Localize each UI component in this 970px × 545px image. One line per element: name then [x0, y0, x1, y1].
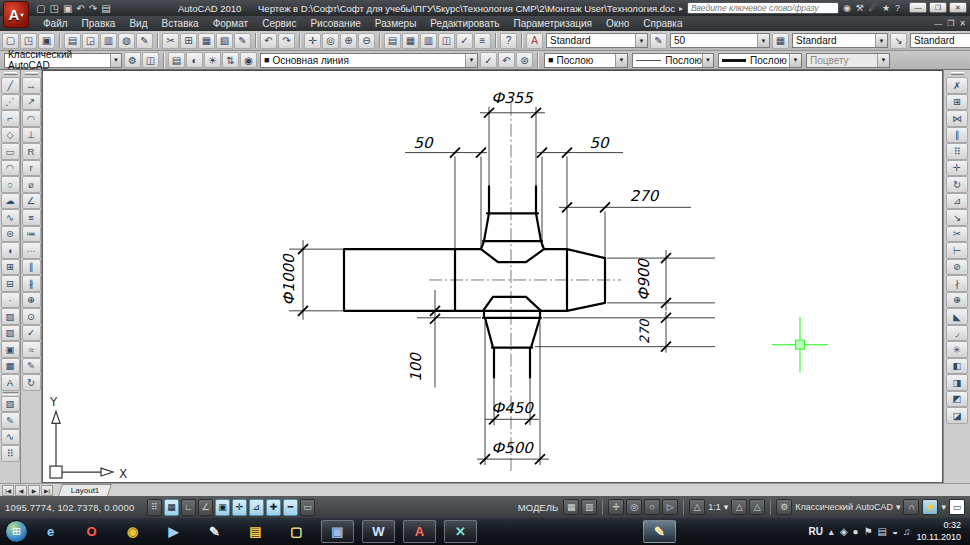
status-pan-icon[interactable]: ✛: [608, 499, 624, 515]
lwt-toggle[interactable]: ━: [283, 499, 298, 516]
search-input[interactable]: [687, 2, 839, 14]
ellipse-icon[interactable]: ⊜: [1, 226, 20, 243]
menu-insert[interactable]: Вставка: [154, 18, 205, 29]
table-style-combo[interactable]: Standard ▼: [792, 33, 888, 48]
move-icon[interactable]: ✛: [946, 160, 968, 177]
tray-sync-icon[interactable]: ◈: [840, 526, 848, 537]
line-icon[interactable]: ╱: [1, 77, 20, 94]
clean-screen-button[interactable]: ▭: [949, 499, 965, 515]
workspace-settings-icon[interactable]: ◫: [142, 52, 159, 68]
taskbar-autocad[interactable]: A: [403, 520, 436, 543]
status-zoom-icon[interactable]: ◎: [626, 499, 642, 515]
multiline-text-icon[interactable]: A: [1, 374, 20, 391]
menu-window[interactable]: Окно: [599, 18, 636, 29]
show-motion-icon[interactable]: ▷: [662, 499, 678, 515]
ellipse-arc-icon[interactable]: ◖: [1, 242, 20, 259]
mirror-icon[interactable]: ⋈: [946, 110, 968, 127]
dim-diameter-icon[interactable]: ⌀: [22, 176, 41, 193]
dim-radius-icon[interactable]: R: [22, 143, 41, 160]
annotation-autoscale-icon[interactable]: △: [749, 499, 765, 515]
otrack-toggle[interactable]: ✛: [232, 499, 247, 516]
gradient-icon[interactable]: ▧: [1, 325, 20, 342]
lineweight-combo[interactable]: Послою ▼: [718, 53, 802, 68]
scale-icon[interactable]: ⊿: [946, 193, 968, 210]
dim-aligned-icon[interactable]: ↗: [22, 94, 41, 111]
send-to-back-icon[interactable]: ◨: [946, 374, 968, 391]
tray-volume-icon[interactable]: ♫: [903, 526, 911, 537]
dim-jog-line-icon[interactable]: ≈: [22, 341, 41, 358]
tab-layout1[interactable]: Layout1: [58, 484, 112, 496]
fillet-icon[interactable]: ◞: [946, 325, 968, 342]
menu-help[interactable]: Справка: [636, 18, 689, 29]
zoom-realtime-icon[interactable]: ◎: [322, 33, 339, 49]
layer-bulb-icon[interactable]: ◐: [186, 52, 203, 68]
menu-format[interactable]: Формат: [206, 18, 256, 29]
tray-action-center-icon[interactable]: ⚑: [864, 526, 873, 537]
tab-prev-icon[interactable]: ◀: [15, 485, 27, 496]
revision-cloud-icon[interactable]: ☁: [1, 193, 20, 210]
insert-block-icon[interactable]: ⊞: [1, 259, 20, 276]
rotate-icon[interactable]: ↻: [946, 176, 968, 193]
tray-expand-icon[interactable]: ▴: [829, 526, 834, 537]
zoom-window-icon[interactable]: ⊕: [340, 33, 357, 49]
annotation-scale-caret-icon[interactable]: ▾: [724, 502, 729, 512]
layer-transfer-icon[interactable]: ⇅: [222, 52, 239, 68]
color-combo[interactable]: ■ Послою ▼: [544, 53, 628, 68]
model-space-button[interactable]: ▦: [563, 499, 579, 515]
stretch-icon[interactable]: ↘: [946, 209, 968, 226]
grid-toggle[interactable]: ▦: [164, 499, 179, 516]
layout-space-button[interactable]: ▥: [581, 499, 597, 515]
cut-icon[interactable]: ✂: [162, 33, 179, 49]
menu-parametric[interactable]: Параметризация: [506, 18, 599, 29]
offset-icon[interactable]: ∥: [946, 127, 968, 144]
dim-edit-icon[interactable]: ✎: [22, 358, 41, 375]
multileader-style-combo[interactable]: Standard ▼: [910, 33, 970, 48]
hatch-icon[interactable]: ▨: [1, 308, 20, 325]
spline-icon[interactable]: ∿: [1, 209, 20, 226]
qat-save-icon[interactable]: ▣: [63, 3, 72, 14]
array-icon[interactable]: ⠿: [946, 143, 968, 160]
pan-icon[interactable]: ✛: [304, 33, 321, 49]
edit-spline-icon[interactable]: ∿: [1, 429, 20, 446]
dim-angular-icon[interactable]: ∠: [22, 193, 41, 210]
menu-file[interactable]: Файл: [36, 18, 75, 29]
copy-object-icon[interactable]: ⊞: [946, 94, 968, 111]
dim-break-icon[interactable]: ∦: [22, 275, 41, 292]
polyline-icon[interactable]: ⌐: [1, 110, 20, 127]
minimize-button[interactable]: —: [909, 2, 927, 13]
favorites-star-icon[interactable]: ★: [882, 3, 890, 13]
qat-new-icon[interactable]: ▢: [36, 3, 45, 14]
toolbar-grip[interactable]: [25, 72, 38, 75]
application-menu-button[interactable]: A ▾: [3, 1, 29, 28]
workspace-gear-icon[interactable]: ⚙: [124, 52, 141, 68]
dyn-toggle[interactable]: ✚: [266, 499, 281, 516]
toolbar-grip[interactable]: [4, 72, 17, 75]
zoom-previous-icon[interactable]: ⊖: [358, 33, 375, 49]
performance-tuner-icon[interactable]: ⚡: [922, 499, 938, 515]
menu-draw[interactable]: Рисование: [303, 18, 367, 29]
close-button[interactable]: ✕: [949, 2, 967, 13]
redo-icon[interactable]: ↷: [278, 33, 295, 49]
markup-pencil-icon[interactable]: ✎: [136, 33, 153, 49]
table-icon[interactable]: ▦: [1, 358, 20, 375]
extend-icon[interactable]: ⊢: [946, 242, 968, 259]
qat-undo-icon[interactable]: ↶: [76, 3, 84, 14]
workspace-switch-caret-icon[interactable]: ▾: [896, 502, 901, 512]
polar-toggle[interactable]: ∠: [198, 499, 213, 516]
qat-redo-icon[interactable]: ↷: [89, 3, 97, 14]
web-icon[interactable]: ◍: [118, 33, 135, 49]
snap-toggle[interactable]: ⠿: [147, 499, 162, 516]
taskbar-aimp[interactable]: ◉: [116, 520, 149, 543]
make-block-icon[interactable]: ⊟: [1, 275, 20, 292]
annotation-visibility-icon[interactable]: △: [731, 499, 747, 515]
dim-update-icon[interactable]: ↻: [22, 374, 41, 391]
toolbar-lock-icon[interactable]: ∩: [903, 499, 919, 515]
break-at-point-icon[interactable]: ⊘: [946, 259, 968, 276]
plot-icon[interactable]: ▤: [64, 33, 81, 49]
properties-icon[interactable]: ▤: [384, 33, 401, 49]
ducs-toggle[interactable]: ⊿: [249, 499, 264, 516]
publish-icon[interactable]: ▥: [100, 33, 117, 49]
help-icon[interactable]: ?: [895, 3, 900, 13]
taskbar-ie[interactable]: e: [34, 520, 67, 543]
menu-dimensions[interactable]: Размеры: [368, 18, 424, 29]
